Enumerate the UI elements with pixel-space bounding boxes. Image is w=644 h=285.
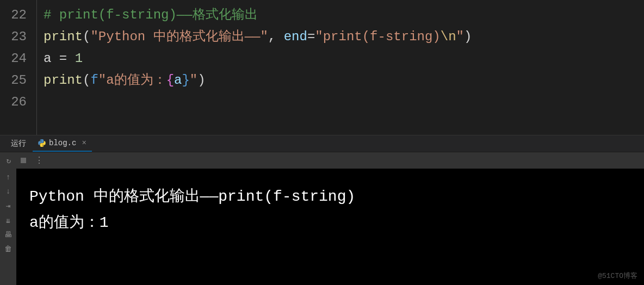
line-number: 25 bbox=[0, 70, 36, 91]
run-toolbar: ↻ ⋮ bbox=[0, 152, 644, 169]
line-gutter: 22 23 24 25 26 bbox=[0, 0, 37, 135]
code-line-24[interactable]: a = 1 bbox=[44, 48, 644, 70]
run-tab-file[interactable]: blog.c × bbox=[33, 135, 92, 152]
arrow-up-icon[interactable]: ↑ bbox=[6, 173, 10, 182]
scroll-end-icon[interactable]: ⇊ bbox=[6, 216, 10, 225]
code-line-22[interactable]: # print(f-string)——格式化输出 bbox=[44, 4, 644, 26]
watermark: @51CTO博客 bbox=[598, 271, 637, 281]
print-icon[interactable]: 🖶 bbox=[4, 231, 12, 239]
output-line: a的值为：1 bbox=[29, 210, 631, 236]
arrow-down-icon[interactable]: ↓ bbox=[6, 187, 10, 196]
console-output[interactable]: Python 中的格式化输出——print(f-string) a的值为：1 @… bbox=[16, 169, 644, 285]
soft-wrap-icon[interactable]: ⇥ bbox=[6, 201, 10, 210]
code-line-23[interactable]: print("Python 中的格式化输出——", end="print(f-s… bbox=[44, 26, 644, 48]
line-number: 23 bbox=[0, 26, 36, 48]
line-number: 26 bbox=[0, 91, 36, 113]
run-tab-label[interactable]: 运行 bbox=[4, 135, 33, 152]
code-editor[interactable]: 22 23 24 25 26 # print(f-string)——格式化输出 … bbox=[0, 0, 644, 135]
line-number: 22 bbox=[0, 4, 36, 26]
code-line-25[interactable]: print(f"a的值为：{a}") bbox=[44, 70, 644, 91]
more-icon[interactable]: ⋮ bbox=[35, 155, 45, 166]
line-number: 24 bbox=[0, 48, 36, 70]
rerun-icon[interactable]: ↻ bbox=[3, 156, 14, 165]
stop-icon[interactable] bbox=[21, 158, 26, 163]
run-panel-tabs: 运行 blog.c × bbox=[0, 135, 644, 152]
output-line: Python 中的格式化输出——print(f-string) bbox=[29, 184, 631, 210]
code-line-26[interactable] bbox=[44, 91, 644, 113]
close-icon[interactable]: × bbox=[82, 139, 86, 147]
trash-icon[interactable]: 🗑 bbox=[4, 245, 12, 253]
run-file-name: blog.c bbox=[49, 139, 76, 147]
output-panel: ↑ ↓ ⇥ ⇊ 🖶 🗑 Python 中的格式化输出——print(f-stri… bbox=[0, 169, 644, 285]
output-sidebar: ↑ ↓ ⇥ ⇊ 🖶 🗑 bbox=[0, 169, 16, 285]
code-content[interactable]: # print(f-string)——格式化输出 print("Python 中… bbox=[37, 0, 644, 135]
python-icon bbox=[38, 139, 46, 147]
